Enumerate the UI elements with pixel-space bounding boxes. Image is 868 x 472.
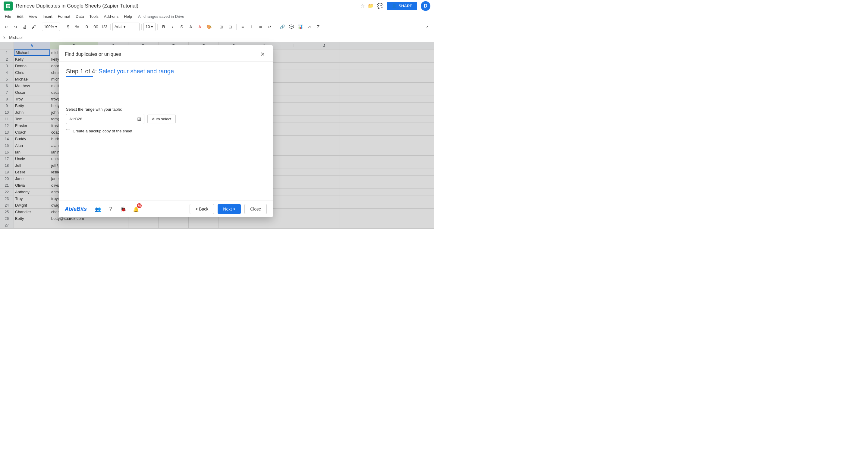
formula-bar: fx Michael	[0, 33, 434, 42]
notification-badge: 30	[137, 203, 142, 208]
title-bar: Remove Duplicates in Google Sheets (Zapi…	[0, 0, 434, 12]
underline-button[interactable]: A	[187, 23, 195, 31]
separator-3	[110, 24, 111, 30]
app-icon	[4, 1, 13, 10]
insert-comment-button[interactable]: 💬	[287, 23, 296, 31]
range-section: Select the range with your table: A1:B26…	[66, 107, 266, 133]
backup-checkbox[interactable]	[66, 129, 70, 133]
chart-button[interactable]: 📊	[296, 23, 304, 31]
zoom-dropdown[interactable]: 100% ▾	[42, 23, 60, 31]
share-label: SHARE	[398, 4, 412, 8]
auto-select-button[interactable]: Auto select	[147, 115, 176, 123]
menu-insert[interactable]: Insert	[40, 13, 55, 20]
align-middle-button[interactable]: ⊥	[247, 23, 256, 31]
menu-addons[interactable]: Add-ons	[101, 13, 121, 20]
font-size-dropdown[interactable]: 10 ▾	[144, 23, 156, 31]
document-title: Remove Duplicates in Google Sheets (Zapi…	[16, 3, 358, 9]
borders-button[interactable]: ⊞	[217, 23, 225, 31]
currency-button[interactable]: $	[64, 23, 72, 31]
menu-format[interactable]: Format	[56, 13, 73, 20]
step-underline	[66, 76, 93, 77]
saved-status: All changes saved in Drive	[138, 14, 184, 19]
footer-help-icon[interactable]: ?	[106, 205, 115, 213]
menu-data[interactable]: Data	[73, 13, 86, 20]
toolbar: ↩ ↪ 🖨 🖌 100% ▾ $ % .0 .00 123 Arial ▾ 10…	[0, 21, 434, 33]
backup-label: Create a backup copy of the sheet	[73, 129, 132, 133]
align-more-button[interactable]: ≣	[256, 23, 265, 31]
menu-help[interactable]: Help	[121, 13, 134, 20]
formula-value: Michael	[9, 35, 23, 40]
menu-tools[interactable]: Tools	[87, 13, 101, 20]
print-button[interactable]: 🖨	[21, 23, 29, 31]
wrap-button[interactable]: ↵	[266, 23, 274, 31]
align-left-button[interactable]: ≡	[239, 23, 247, 31]
link-button[interactable]: 🔗	[278, 23, 286, 31]
svg-rect-2	[7, 5, 10, 6]
menu-view[interactable]: View	[26, 13, 39, 20]
merge-button[interactable]: ⊟	[226, 23, 235, 31]
percent-button[interactable]: %	[73, 23, 82, 31]
bold-button[interactable]: B	[159, 23, 168, 31]
fx-label: fx	[2, 35, 5, 40]
dialog: Find duplicates or uniques ✕ Step 1 of 4…	[59, 45, 273, 217]
dialog-footer: AbleBits 👥 ? 🐞 🔔 30 < Back Next > Close	[59, 201, 273, 217]
collapse-toolbar-button[interactable]: ∧	[423, 23, 432, 31]
font-dropdown[interactable]: Arial ▾	[113, 23, 140, 31]
svg-rect-3	[7, 6, 10, 7]
close-footer-button[interactable]: Close	[244, 204, 267, 214]
paint-format-button[interactable]: 🖌	[30, 23, 38, 31]
range-input[interactable]: A1:B26 ⊞	[66, 114, 144, 124]
step-action: Select your sheet and range	[98, 68, 174, 75]
chevron-down-icon: ▾	[124, 24, 126, 29]
separator-7	[236, 24, 237, 30]
dialog-header: Find duplicates or uniques ✕	[59, 45, 273, 62]
separator-4	[141, 24, 142, 30]
chevron-down-icon: ▾	[151, 24, 153, 29]
separator-8	[276, 24, 276, 30]
separator-2	[62, 24, 62, 30]
back-button[interactable]: < Back	[190, 204, 214, 214]
svg-rect-4	[7, 7, 9, 7]
filter-button[interactable]: ⊿	[305, 23, 313, 31]
range-input-text: A1:B26	[69, 117, 137, 121]
main-area: A B C D E F G H I J 1 Michael michael@sc…	[0, 42, 434, 229]
step-title: Step 1 of 4: Select your sheet and range	[66, 68, 266, 75]
separator-1	[40, 24, 40, 30]
decimal-less-button[interactable]: .0	[82, 23, 90, 31]
next-button[interactable]: Next >	[218, 204, 241, 214]
strikethrough-button[interactable]: S	[178, 23, 186, 31]
menu-bar: File Edit View Insert Format Data Tools …	[0, 12, 434, 21]
decimal-more-button[interactable]: .00	[91, 23, 99, 31]
star-icon[interactable]: ☆	[361, 3, 365, 9]
menu-file[interactable]: File	[2, 13, 13, 20]
range-label: Select the range with your table:	[66, 107, 266, 112]
format-123-button[interactable]: 123	[100, 23, 108, 31]
separator-6	[215, 24, 215, 30]
text-color-button[interactable]: A	[195, 23, 204, 31]
footer-users-icon[interactable]: 👥	[93, 205, 102, 213]
menu-edit[interactable]: Edit	[14, 13, 26, 20]
backup-row: Create a backup copy of the sheet	[66, 129, 266, 133]
folder-icon[interactable]: 📁	[368, 3, 374, 9]
people-icon: 👤	[392, 4, 397, 8]
undo-button[interactable]: ↩	[2, 23, 11, 31]
dialog-close-button[interactable]: ✕	[258, 50, 267, 59]
avatar[interactable]: D	[421, 1, 430, 11]
separator-5	[157, 24, 158, 30]
chevron-down-icon: ▾	[55, 24, 57, 29]
ablebits-logo: AbleBits	[65, 206, 87, 212]
redo-button[interactable]: ↪	[11, 23, 20, 31]
function-button[interactable]: Σ	[314, 23, 322, 31]
italic-button[interactable]: I	[168, 23, 177, 31]
range-input-row: A1:B26 ⊞ Auto select	[66, 114, 266, 124]
step-label: Step 1 of 4:	[66, 68, 97, 75]
fill-color-button[interactable]: 🎨	[205, 23, 213, 31]
dialog-title: Find duplicates or uniques	[65, 52, 121, 57]
footer-bug-icon[interactable]: 🐞	[119, 205, 128, 213]
footer-notification-wrap[interactable]: 🔔 30	[131, 205, 141, 213]
share-button[interactable]: 👤 SHARE	[387, 2, 417, 10]
grid-icon[interactable]: ⊞	[137, 116, 141, 122]
dialog-body: Step 1 of 4: Select your sheet and range…	[59, 62, 273, 201]
chat-icon[interactable]: 💬	[377, 3, 383, 9]
